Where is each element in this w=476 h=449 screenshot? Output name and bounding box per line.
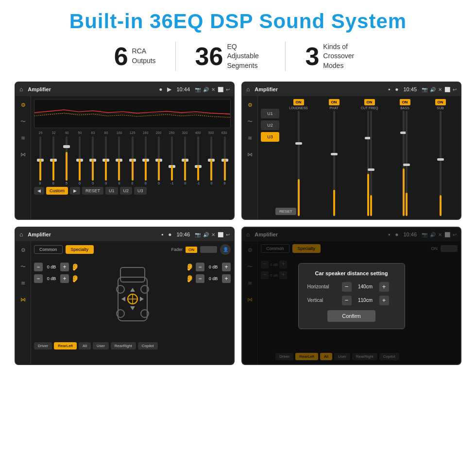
custom-btn[interactable]: Custom (46, 187, 68, 195)
preset-u1[interactable]: U1 (261, 109, 279, 118)
vol-row-fr: 👂 − 0 dB + (186, 263, 231, 271)
crossover-reset-btn[interactable]: RESET (275, 208, 296, 215)
bass-label: BASS (400, 106, 409, 110)
vol-rr-minus[interactable]: − (196, 274, 204, 283)
topbar-controls-speaker: 📷 🔊 ✕ ⬜ ↩ (195, 232, 230, 237)
window-icon[interactable]: ⬜ (218, 87, 223, 92)
window-icon-3[interactable]: ⬜ (218, 232, 223, 237)
vertical-minus-btn[interactable]: − (342, 296, 352, 305)
camera-icon-3[interactable]: 📷 (195, 232, 201, 237)
vol-fr-plus[interactable]: + (222, 263, 231, 271)
cutfreq-on-btn[interactable]: ON (364, 99, 375, 105)
eq-slider-100[interactable]: 0 (113, 136, 125, 185)
eq-slider-125[interactable]: 0 (126, 136, 138, 185)
back-icon-3[interactable]: ↩ (226, 232, 230, 237)
copilot-btn[interactable]: Copilot (138, 342, 158, 349)
vol-rl-plus[interactable]: + (60, 274, 69, 283)
vol-fr-minus[interactable]: − (196, 263, 204, 271)
rearright-btn[interactable]: RearRight (111, 342, 136, 349)
loudness-on-btn[interactable]: ON (293, 99, 304, 105)
play-btn[interactable]: ▶ (70, 187, 80, 195)
horizontal-minus-btn[interactable]: − (342, 282, 352, 292)
driver-btn[interactable]: Driver (34, 342, 52, 349)
vol-icon-2[interactable]: 🔊 (430, 87, 436, 92)
speaker-content: Common Specialty Fader ON 👤 − (31, 241, 234, 364)
vertical-plus-btn[interactable]: + (379, 296, 389, 305)
rearleft-btn[interactable]: RearLeft (54, 342, 77, 349)
eq-icon-2[interactable]: ⚙ (245, 100, 255, 110)
speaker-split-icon-3[interactable]: ⋈ (18, 295, 28, 304)
phat-on-btn[interactable]: ON (329, 99, 340, 105)
wave-icon-2[interactable]: 〜 (245, 116, 255, 126)
close-icon-3[interactable]: ✕ (211, 232, 215, 237)
eq-slider-32[interactable]: 0 (47, 136, 59, 185)
eq-slider-320[interactable]: 0 (179, 136, 191, 185)
back-icon-2[interactable]: ↩ (453, 87, 457, 92)
prev-btn[interactable]: ◀ (34, 187, 44, 195)
speaker-screen: ⌂ Amplifier ▪ ● 10:46 📷 🔊 ✕ ⬜ ↩ ⚙ 〜 ≋ (15, 227, 235, 365)
common-tab[interactable]: Common (34, 245, 63, 254)
eq-icon-3[interactable]: ⚙ (18, 245, 28, 255)
all-btn[interactable]: All (79, 342, 91, 349)
vol-icon-3[interactable]: 🔊 (203, 232, 209, 237)
eq-slider-160[interactable]: 0 (139, 136, 152, 185)
eq-slider-400[interactable]: -1 (192, 136, 204, 185)
camera-icon[interactable]: 📷 (195, 87, 201, 92)
u2-btn[interactable]: U2 (120, 187, 133, 195)
vol-icon[interactable]: 🔊 (203, 87, 209, 92)
sub-track[interactable] (440, 111, 442, 216)
waveform-icon-2[interactable]: ≋ (245, 133, 255, 143)
user-btn[interactable]: User (93, 342, 109, 349)
eq-slider-50[interactable]: 0 (73, 136, 85, 185)
horizontal-row: Horizontal − 140cm + (307, 282, 396, 292)
cutfreq-label: CUT FREQ (361, 106, 378, 110)
topbar-title-speaker: Amplifier (28, 232, 156, 237)
reset-btn[interactable]: RESET (82, 187, 103, 195)
cutfreq-track-f[interactable] (367, 111, 369, 216)
eq-slider-80[interactable]: 0 (100, 136, 112, 185)
preset-u2[interactable]: U2 (261, 120, 279, 130)
bass-on-btn[interactable]: ON (400, 99, 410, 105)
wave-icon-3[interactable]: 〜 (18, 262, 28, 271)
eq-slider-25[interactable]: 0 (34, 136, 46, 185)
back-icon[interactable]: ↩ (226, 87, 230, 92)
u3-btn[interactable]: U3 (134, 187, 147, 195)
settings-dot-icon: ● (159, 86, 162, 93)
vol-fl-minus[interactable]: − (34, 263, 43, 271)
specialty-tab[interactable]: Specialty (66, 245, 94, 254)
close-icon[interactable]: ✕ (211, 87, 215, 92)
topbar-time-speaker: 10:46 (176, 232, 190, 237)
eq-slider-40[interactable]: 5 (60, 136, 72, 185)
u1-btn[interactable]: U1 (105, 187, 118, 195)
waveform-icon-3[interactable]: ≋ (18, 278, 28, 288)
confirm-button[interactable]: Confirm (327, 310, 375, 322)
eq-icon[interactable]: ⚙ (18, 100, 28, 110)
distance-screen: ⌂ Amplifier ▪ ● 10:46 📷 🔊 ✕ ⬜ ↩ ⚙ 〜 ≋ (241, 227, 461, 365)
eq-slider-250[interactable]: -1 (166, 136, 178, 185)
horizontal-plus-btn[interactable]: + (379, 282, 389, 292)
cutfreq-track-g[interactable] (370, 111, 372, 216)
speaker-split-icon-2[interactable]: ⋈ (245, 150, 255, 159)
stat-label-eq: EQ AdjustableSegments (227, 42, 266, 71)
topbar-crossover: ⌂ Amplifier ▪ ● 10:45 📷 🔊 ✕ ⬜ ↩ (242, 83, 460, 96)
sub-on-btn[interactable]: ON (435, 99, 446, 105)
vol-rl-minus[interactable]: − (34, 274, 43, 283)
bass-track-g[interactable] (406, 111, 408, 216)
eq-slider-630[interactable]: 0 (219, 136, 231, 185)
preset-u3[interactable]: U3 (261, 132, 279, 142)
camera-icon-2[interactable]: 📷 (422, 87, 427, 92)
wave-icon[interactable]: 〜 (18, 116, 28, 126)
window-icon-2[interactable]: ⬜ (444, 87, 450, 92)
loudness-track[interactable] (298, 111, 300, 216)
eq-slider-500[interactable]: 0 (205, 136, 218, 185)
phat-track[interactable] (333, 111, 335, 216)
play-icon: ▶ (167, 86, 171, 93)
vol-rr-plus[interactable]: + (222, 274, 231, 283)
vol-fl-plus[interactable]: + (60, 263, 69, 271)
waveform-icon[interactable]: ≋ (18, 133, 28, 143)
eq-slider-63[interactable]: 0 (87, 136, 99, 185)
speaker-split-icon[interactable]: ⋈ (18, 150, 28, 159)
eq-slider-200[interactable]: 0 (153, 136, 165, 185)
fader-on-btn[interactable]: ON (186, 247, 197, 253)
close-icon-2[interactable]: ✕ (438, 87, 442, 92)
